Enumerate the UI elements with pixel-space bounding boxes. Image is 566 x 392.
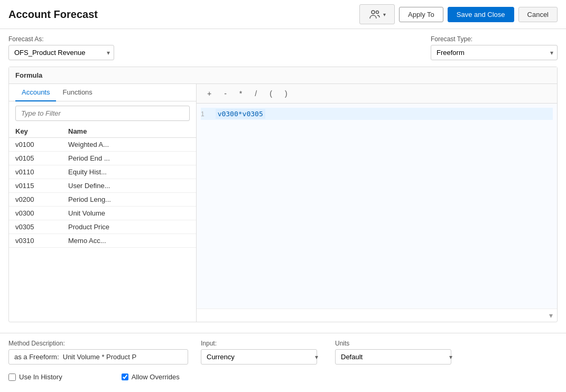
row-key: v0105 [15,154,68,162]
row-key: v0310 [15,237,68,245]
apply-to-button[interactable]: Apply To [399,7,443,22]
row-key: v0300 [15,209,68,217]
page-title: Account Forecast [8,8,98,21]
row-name: Unit Volume [68,209,190,217]
units-label: Units [335,340,457,347]
forecast-type-group: Forecast Type: Freeform [431,35,558,60]
table-row[interactable]: v0100Weighted A... [9,138,196,152]
formula-expression: v0300*v0305 [216,109,265,119]
forecast-as-select-wrapper: OFS_Product Revenue [8,45,114,60]
col-name: Name [68,127,190,135]
header: Account Forecast ▾ Apply To Save and Clo… [0,0,566,29]
op-open-paren[interactable]: ( [267,88,274,99]
tab-accounts[interactable]: Accounts [15,84,56,101]
row-name: Equity Hist... [68,168,190,176]
table-row[interactable]: v0105Period End ... [9,152,196,165]
row-key: v0100 [15,141,68,148]
table-row[interactable]: v0310Memo Acc... [9,234,196,248]
input-label: Input: [201,340,322,347]
table-row[interactable]: v0115User Define... [9,179,196,193]
input-select[interactable]: Currency [201,349,317,365]
row-name: Period End ... [68,154,190,162]
tab-functions[interactable]: Functions [56,84,98,101]
use-in-history-checkbox[interactable] [8,374,16,381]
formula-panel: Formula Accounts Functions Key Name [8,67,558,322]
filter-input[interactable] [15,106,190,121]
op-add[interactable]: + [205,88,214,99]
col-key: Key [15,127,68,135]
chevron-down-icon: ▾ [383,12,386,17]
allow-overrides-group: Allow Overrides [122,373,180,381]
units-select-wrapper: Default [335,349,457,365]
method-description-group: Method Description: [8,340,188,365]
allow-overrides-checkbox[interactable] [122,374,128,380]
main-content: Forecast As: OFS_Product Revenue Forecas… [0,29,566,329]
allow-overrides-label: Allow Overrides [132,373,180,381]
table-row[interactable]: v0110Equity Hist... [9,165,196,179]
formula-toolbar: + - * / ( ) [197,84,557,104]
table-row[interactable]: v0300Unit Volume [9,207,196,220]
forecast-as-label: Forecast As: [8,35,114,43]
table-header: Key Name [9,125,196,138]
save-close-button[interactable]: Save and Close [448,7,514,22]
accounts-list[interactable]: v0100Weighted A...v0105Period End ...v01… [9,138,196,322]
use-in-history-label: Use In History [19,373,62,381]
row-name: Period Leng... [68,195,190,203]
op-close-paren[interactable]: ) [283,88,290,99]
input-select-wrapper: Currency [201,349,322,365]
row-key: v0200 [15,195,68,203]
user-icon-button[interactable]: ▾ [359,4,395,24]
table-row[interactable]: v0305Product Price [9,220,196,234]
svg-point-0 [372,11,375,14]
formula-header-label: Formula [9,67,557,84]
left-panel: Accounts Functions Key Name v0100Weighte… [9,84,197,322]
use-in-history-group: Use In History [8,373,62,381]
forecast-as-select[interactable]: OFS_Product Revenue [8,45,114,60]
row-key: v0305 [15,223,68,231]
forecast-as-group: Forecast As: OFS_Product Revenue [8,35,114,60]
row-key: v0110 [15,168,68,176]
row-name: User Define... [68,182,190,190]
row-name: Product Price [68,223,190,231]
right-panel: + - * / ( ) 1 v0300*v0305 ▾ [197,84,557,322]
units-select[interactable]: Default [335,349,451,365]
line-number: 1 [201,110,214,118]
svg-point-1 [376,11,379,14]
tabs-container: Accounts Functions [9,84,196,101]
row-name: Memo Acc... [68,237,190,245]
method-desc-input[interactable] [8,349,188,365]
checkbox-row: Use In History Allow Overrides [0,369,566,387]
method-desc-label: Method Description: [8,340,188,347]
formula-line-1: 1 v0300*v0305 [201,108,553,120]
row-key: v0115 [15,182,68,190]
row-name: Weighted A... [68,141,190,148]
units-group: Units Default [335,340,457,365]
header-actions: ▾ Apply To Save and Close Cancel [359,4,558,24]
scroll-down-area: ▾ [197,309,557,322]
bottom-section: Method Description: Input: Currency Unit… [0,333,566,369]
op-mul[interactable]: * [237,88,244,99]
forecast-type-select-wrapper: Freeform [431,45,558,60]
forecast-type-select[interactable]: Freeform [431,45,558,60]
formula-editor[interactable]: 1 v0300*v0305 [197,104,557,309]
formula-body: Accounts Functions Key Name v0100Weighte… [9,84,557,322]
input-group: Input: Currency [201,340,322,365]
cancel-button[interactable]: Cancel [518,7,558,22]
table-row[interactable]: v0200Period Leng... [9,193,196,207]
chevron-down-icon[interactable]: ▾ [549,311,553,320]
forecast-row: Forecast As: OFS_Product Revenue Forecas… [8,35,558,60]
op-div[interactable]: / [253,88,259,99]
forecast-type-label: Forecast Type: [431,35,558,43]
op-sub[interactable]: - [222,88,229,99]
user-group-icon [368,8,381,21]
